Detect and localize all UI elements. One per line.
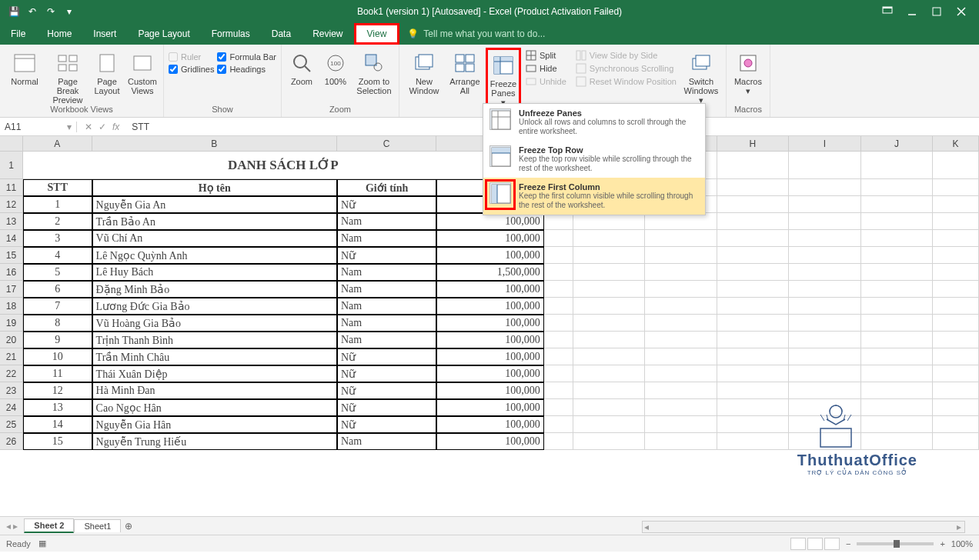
cell[interactable]: 100,000 <box>436 315 543 332</box>
close-icon[interactable] <box>951 4 971 19</box>
cell[interactable]: Thái Xuân Diệp <box>92 365 337 382</box>
cell[interactable] <box>544 213 574 230</box>
cell[interactable] <box>645 281 717 298</box>
cell[interactable] <box>933 298 979 315</box>
save-icon[interactable]: 💾 <box>8 5 20 18</box>
cell[interactable] <box>933 332 979 348</box>
col-header-C[interactable]: C <box>337 136 436 152</box>
normal-view-icon[interactable] <box>790 538 806 550</box>
cell[interactable] <box>789 348 861 365</box>
tab-view[interactable]: View <box>354 23 400 45</box>
cell[interactable] <box>933 365 979 382</box>
cell[interactable]: Nguyễn Trung Hiếu <box>92 433 337 450</box>
cell[interactable] <box>573 332 645 348</box>
row-header-13[interactable]: 13 <box>0 213 23 230</box>
hide-button[interactable]: Hide <box>524 62 568 75</box>
cell[interactable] <box>645 332 717 348</box>
cell[interactable]: 100,000 <box>436 281 543 298</box>
cell[interactable] <box>573 298 645 315</box>
cell[interactable] <box>717 433 790 450</box>
cell[interactable] <box>717 179 790 196</box>
cell[interactable] <box>933 416 979 433</box>
row-header-15[interactable]: 15 <box>0 247 23 264</box>
tab-data[interactable]: Data <box>261 23 302 45</box>
zoom-selection-button[interactable]: Zoom to Selection <box>354 48 394 105</box>
cell[interactable]: Lê Ngọc Quỳnh Anh <box>92 247 337 264</box>
cell[interactable] <box>933 230 979 247</box>
cell[interactable] <box>717 281 790 298</box>
cell[interactable] <box>861 433 934 450</box>
cell[interactable] <box>933 315 979 332</box>
cell[interactable]: Nữ <box>337 382 436 399</box>
tab-page-layout[interactable]: Page Layout <box>127 23 200 45</box>
cell[interactable]: 100,000 <box>436 382 543 399</box>
zoom-button[interactable]: Zoom <box>286 48 317 105</box>
cell[interactable] <box>573 247 645 264</box>
cell[interactable]: Trần Minh Châu <box>92 348 337 365</box>
zoom-level[interactable]: 100% <box>951 539 973 548</box>
row-header-16[interactable]: 16 <box>0 264 23 281</box>
cell[interactable] <box>573 416 645 433</box>
cell[interactable] <box>645 433 717 450</box>
page-layout-button[interactable]: Page Layout <box>91 48 123 105</box>
cell[interactable] <box>789 315 861 332</box>
cell[interactable] <box>861 365 934 382</box>
gridlines-checkbox[interactable]: Gridlines <box>169 65 214 74</box>
cell[interactable]: Nam <box>337 230 436 247</box>
col-header-I[interactable]: I <box>789 136 861 152</box>
cell[interactable] <box>789 332 861 348</box>
cell[interactable]: 100,000 <box>436 213 543 230</box>
cell[interactable]: Đặng Minh Bảo <box>92 281 337 298</box>
cell[interactable]: Trần Bảo An <box>92 213 337 230</box>
cell[interactable] <box>573 281 645 298</box>
redo-icon[interactable]: ↷ <box>45 5 57 18</box>
cell[interactable]: Cao Ngọc Hân <box>92 399 337 416</box>
cell[interactable] <box>645 298 717 315</box>
row-header-23[interactable]: 23 <box>0 382 23 399</box>
formula-bar-checkbox[interactable]: Formula Bar <box>217 52 276 62</box>
col-header-J[interactable]: J <box>861 136 934 152</box>
cell[interactable] <box>861 399 934 416</box>
tab-nav[interactable]: ◂ ▸ <box>0 521 24 532</box>
cell[interactable]: Giới tính <box>337 179 436 196</box>
cell[interactable] <box>789 179 861 196</box>
cell[interactable] <box>717 196 790 213</box>
cell[interactable] <box>861 264 934 281</box>
cell[interactable] <box>544 247 574 264</box>
cell[interactable]: Nam <box>337 281 436 298</box>
cell[interactable] <box>645 348 717 365</box>
new-window-button[interactable]: New Window <box>404 48 444 109</box>
cell[interactable] <box>544 315 574 332</box>
headings-checkbox[interactable]: Headings <box>217 65 276 74</box>
cell[interactable]: Nguyễn Gia An <box>92 196 337 213</box>
cell[interactable]: 13 <box>23 399 92 416</box>
cell[interactable] <box>717 264 790 281</box>
cell[interactable]: 6 <box>23 281 92 298</box>
cell[interactable]: Nguyễn Gia Hân <box>92 416 337 433</box>
cell[interactable] <box>573 365 645 382</box>
split-button[interactable]: Split <box>524 49 568 62</box>
cell[interactable]: 7 <box>23 298 92 315</box>
cell[interactable]: 100,000 <box>436 247 543 264</box>
sheet-tab-1[interactable]: Sheet 2 <box>24 518 74 533</box>
cell[interactable] <box>573 230 645 247</box>
cell[interactable] <box>645 416 717 433</box>
cell[interactable] <box>861 416 934 433</box>
cell[interactable]: 14 <box>23 416 92 433</box>
cell[interactable] <box>717 152 790 179</box>
cell[interactable] <box>573 399 645 416</box>
cell[interactable]: 1,500,000 <box>436 264 543 281</box>
cell[interactable]: Nữ <box>337 348 436 365</box>
cell[interactable] <box>717 416 790 433</box>
cell[interactable]: Nữ <box>337 247 436 264</box>
cell[interactable] <box>544 348 574 365</box>
row-header-26[interactable]: 26 <box>0 433 23 450</box>
cell[interactable]: 5 <box>23 264 92 281</box>
cell[interactable] <box>789 264 861 281</box>
col-header-H[interactable]: H <box>717 136 790 152</box>
cell[interactable] <box>717 247 790 264</box>
cell[interactable]: 11 <box>23 365 92 382</box>
cell[interactable]: 100,000 <box>436 332 543 348</box>
page-break-view-icon[interactable] <box>824 538 840 550</box>
chevron-down-icon[interactable]: ▾ <box>67 122 72 132</box>
